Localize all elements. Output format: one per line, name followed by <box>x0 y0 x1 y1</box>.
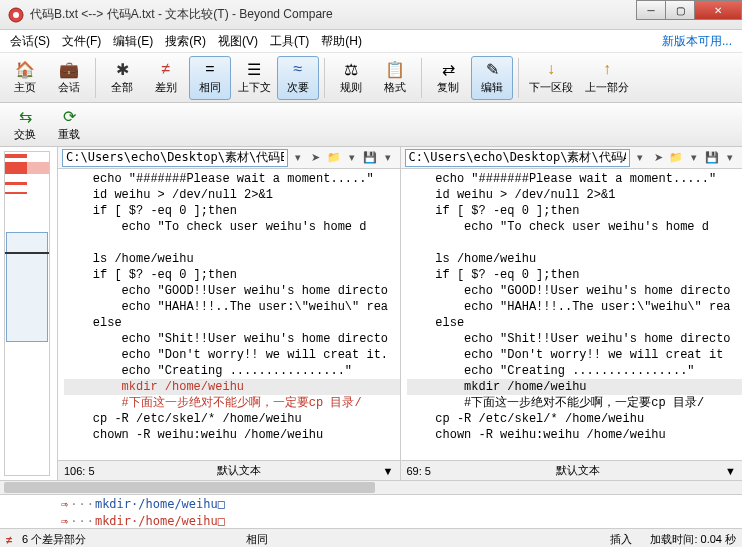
session-button[interactable]: 💼会话 <box>48 56 90 100</box>
prev-section-button[interactable]: ↑上一部分 <box>580 56 634 100</box>
menu-tools[interactable]: 工具(T) <box>264 31 315 52</box>
left-path-bar: ▾ ➤ 📁 ▾ 💾 ▾ <box>58 147 400 169</box>
format-button[interactable]: 📋格式 <box>374 56 416 100</box>
right-path-input[interactable] <box>405 149 631 167</box>
prev-section-label: 上一部分 <box>585 80 629 95</box>
minor-button[interactable]: ≈次要 <box>277 56 319 100</box>
swap-label: 交换 <box>14 127 36 142</box>
code-line[interactable]: id weihu > /dev/null 2>&1 <box>407 187 743 203</box>
code-line[interactable]: cp -R /etc/skel/* /home/weihu <box>64 411 400 427</box>
folder-icon[interactable]: 📁 <box>668 150 684 166</box>
context-button[interactable]: ☰上下文 <box>233 56 275 100</box>
code-line[interactable] <box>407 235 743 251</box>
code-line[interactable]: if [ $? -eq 0 ];then <box>64 267 400 283</box>
code-line[interactable]: #下面这一步绝对不能少啊，一定要cp 目录/ <box>64 395 400 411</box>
code-line[interactable]: echo "#######Please wait a moment....." <box>407 171 743 187</box>
menu-search[interactable]: 搜索(R) <box>159 31 212 52</box>
code-line[interactable]: echo "GOOD!!User weihu's home directo <box>407 283 743 299</box>
code-line[interactable]: echo "To check user weihu's home d <box>64 219 400 235</box>
right-pane-status: 69: 5 默认文本 ▼ <box>401 460 743 480</box>
home-button[interactable]: 🏠主页 <box>4 56 46 100</box>
swap-button[interactable]: ⇆交换 <box>4 103 46 147</box>
folder-icon[interactable]: 📁 <box>326 150 342 166</box>
code-line[interactable]: else <box>64 315 400 331</box>
code-line[interactable]: ls /home/weihu <box>407 251 743 267</box>
goto-icon[interactable]: ➤ <box>650 150 666 166</box>
code-line[interactable]: echo "HAHA!!!..The user:\"weihu\" rea <box>407 299 743 315</box>
code-line[interactable]: echo "Creating ................" <box>407 363 743 379</box>
right-encoding-label: 默认文本 <box>556 463 600 478</box>
code-line[interactable] <box>64 235 400 251</box>
line-diff-panel: ⇨ ····mkdir·/home/weihu□ ⇨ ····mkdir·/ho… <box>0 494 742 528</box>
menu-edit[interactable]: 编辑(E) <box>107 31 159 52</box>
minimize-button[interactable]: ─ <box>636 0 666 20</box>
dropdown-icon[interactable]: ▼ <box>383 465 394 477</box>
diff-button[interactable]: ≠差别 <box>145 56 187 100</box>
all-label: 全部 <box>111 80 133 95</box>
code-line[interactable]: mkdir /home/weihu <box>407 379 743 395</box>
code-line[interactable]: id weihu > /dev/null 2>&1 <box>64 187 400 203</box>
svg-point-1 <box>13 12 19 18</box>
code-line[interactable]: echo "HAHA!!!..The user:\"weihu\" rea <box>64 299 400 315</box>
code-line[interactable]: mkdir /home/weihu <box>64 379 400 395</box>
menu-view[interactable]: 视图(V) <box>212 31 264 52</box>
code-line[interactable]: #下面这一步绝对不能少啊，一定要cp 目录/ <box>407 395 743 411</box>
diff-label: 差别 <box>155 80 177 95</box>
dropdown-icon[interactable]: ▾ <box>290 150 306 166</box>
same-button[interactable]: =相同 <box>189 56 231 100</box>
dropdown-icon[interactable]: ▾ <box>380 150 396 166</box>
dropdown-icon[interactable]: ▼ <box>725 465 736 477</box>
dropdown-icon[interactable]: ▾ <box>722 150 738 166</box>
rules-icon: ⚖ <box>344 60 358 78</box>
main-toolbar: 🏠主页 💼会话 ✱全部 ≠差别 =相同 ☰上下文 ≈次要 ⚖规则 📋格式 ⇄复制… <box>0 53 742 103</box>
menu-session[interactable]: 会话(S) <box>4 31 56 52</box>
code-line[interactable]: echo "Don't worry!! we will creat it <box>407 347 743 363</box>
left-code-view[interactable]: echo "#######Please wait a moment....." … <box>58 169 400 460</box>
left-path-input[interactable] <box>62 149 288 167</box>
code-line[interactable]: echo "Don't worry!! we will creat it. <box>64 347 400 363</box>
maximize-button[interactable]: ▢ <box>665 0 695 20</box>
code-line[interactable]: cp -R /etc/skel/* /home/weihu <box>407 411 743 427</box>
edit-button[interactable]: ✎编辑 <box>471 56 513 100</box>
code-line[interactable]: chown -R weihu:weihu /home/weihu <box>64 427 400 443</box>
code-line[interactable]: if [ $? -eq 0 ];then <box>407 203 743 219</box>
dropdown-icon[interactable]: ▾ <box>632 150 648 166</box>
status-bar: ≠ 6 个差异部分 相同 插入 加载时间: 0.04 秒 <box>0 528 742 547</box>
dropdown-icon[interactable]: ▾ <box>686 150 702 166</box>
code-line[interactable]: echo "To check user weihu's home d <box>407 219 743 235</box>
reload-button[interactable]: ⟳重载 <box>48 103 90 147</box>
load-time: 加载时间: 0.04 秒 <box>650 532 736 547</box>
code-line[interactable]: chown -R weihu:weihu /home/weihu <box>407 427 743 443</box>
left-encoding-label: 默认文本 <box>217 463 261 478</box>
code-line[interactable]: echo "Creating ................" <box>64 363 400 379</box>
format-icon: 📋 <box>385 60 405 78</box>
menu-help[interactable]: 帮助(H) <box>315 31 368 52</box>
left-cursor-pos: 106: 5 <box>64 465 95 477</box>
close-button[interactable]: ✕ <box>694 0 742 20</box>
menu-file[interactable]: 文件(F) <box>56 31 107 52</box>
goto-icon[interactable]: ➤ <box>308 150 324 166</box>
code-line[interactable]: echo "GOOD!!User weihu's home directo <box>64 283 400 299</box>
save-icon[interactable]: 💾 <box>704 150 720 166</box>
code-line[interactable]: echo "#######Please wait a moment....." <box>64 171 400 187</box>
right-code-view[interactable]: echo "#######Please wait a moment....." … <box>401 169 743 460</box>
update-link[interactable]: 新版本可用... <box>662 33 738 50</box>
code-line[interactable]: echo "Shit!!User weihu's home directo <box>64 331 400 347</box>
code-line[interactable]: if [ $? -eq 0 ];then <box>407 267 743 283</box>
code-line[interactable]: echo "Shit!!User weihu's home directo <box>407 331 743 347</box>
code-line[interactable]: else <box>407 315 743 331</box>
edit-label: 编辑 <box>481 80 503 95</box>
code-line[interactable]: ls /home/weihu <box>64 251 400 267</box>
rules-button[interactable]: ⚖规则 <box>330 56 372 100</box>
copy-button[interactable]: ⇄复制 <box>427 56 469 100</box>
all-button[interactable]: ✱全部 <box>101 56 143 100</box>
horizontal-scrollbar[interactable] <box>0 480 742 494</box>
diff-line-top: ⇨ ····mkdir·/home/weihu□ <box>0 495 742 512</box>
save-icon[interactable]: 💾 <box>362 150 378 166</box>
thumbnail-strip[interactable] <box>0 147 57 480</box>
next-section-button[interactable]: ↓下一区段 <box>524 56 578 100</box>
dropdown-icon[interactable]: ▾ <box>344 150 360 166</box>
code-line[interactable]: if [ $? -eq 0 ];then <box>64 203 400 219</box>
right-pane: ▾ ➤ 📁 ▾ 💾 ▾ echo "#######Please wait a m… <box>400 147 743 480</box>
not-equal-icon: ≠ <box>162 60 171 78</box>
